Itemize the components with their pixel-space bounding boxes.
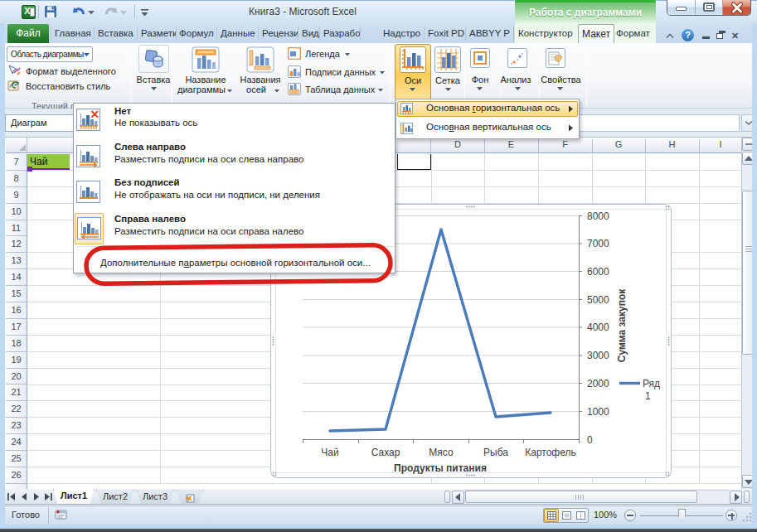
svg-text:3000: 3000 [587, 350, 609, 361]
svg-text:4000: 4000 [587, 322, 609, 333]
svg-text:5000: 5000 [587, 294, 609, 306]
svg-text:2000: 2000 [587, 378, 609, 389]
svg-text:7000: 7000 [587, 238, 609, 249]
svg-text:Сахар: Сахар [371, 447, 400, 458]
svg-text:1: 1 [645, 390, 651, 402]
svg-text:Мясо: Мясо [429, 447, 454, 458]
svg-text:0: 0 [587, 434, 593, 446]
svg-text:Рыба: Рыба [483, 447, 508, 458]
svg-text:1000: 1000 [587, 406, 609, 418]
svg-text:Чай: Чай [321, 447, 338, 458]
svg-text:Картофель: Картофель [525, 447, 576, 458]
svg-text:8000: 8000 [587, 210, 609, 222]
svg-text:6000: 6000 [587, 266, 609, 278]
svg-text:Ряд: Ряд [643, 378, 660, 389]
svg-text:Сумма закупок: Сумма закупок [616, 288, 628, 363]
svg-text:Продукты питания: Продукты питания [394, 462, 487, 474]
